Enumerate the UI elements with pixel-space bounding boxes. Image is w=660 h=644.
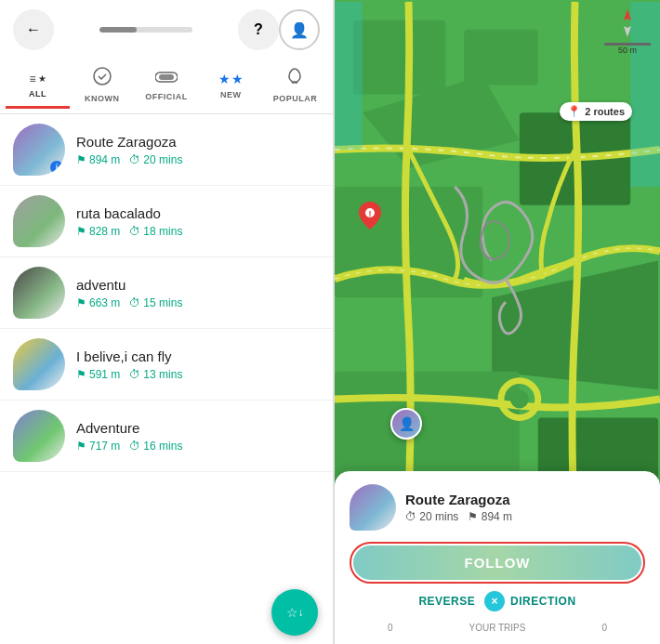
- follow-button-wrapper: FOLLOW: [350, 542, 645, 584]
- close-button[interactable]: ×: [484, 591, 505, 611]
- svg-point-0: [94, 68, 111, 85]
- route-info-5: Adventure ⚑ 717 m ⏱ 16 mins: [76, 420, 320, 453]
- route-meta-3: ⚑ 663 m ⏱ 15 mins: [76, 296, 320, 309]
- stats-row: 0 YOUR TRIPS 0: [350, 617, 645, 635]
- route-thumb-2: [13, 195, 65, 247]
- route-thumb-gradient-3: [13, 267, 65, 319]
- svg-text:!: !: [369, 209, 372, 218]
- stat-label-1: 0: [388, 623, 393, 633]
- stat-item-3: 0: [601, 623, 607, 635]
- tab-known-label: KNOWN: [85, 94, 120, 103]
- route-info-2: ruta bacalado ⚑ 828 m ⏱ 18 mins: [76, 205, 320, 238]
- route-meta-1: ⚑ 894 m ⏱ 20 mins: [76, 153, 320, 166]
- tab-new-label: NEW: [220, 90, 242, 99]
- filter-tabs: ≡ ★ ALL KNOWN OFFICIAL ★ ★ NEW: [0, 59, 333, 114]
- map-scale: 50 m: [604, 43, 651, 55]
- route-distance-4: ⚑ 591 m: [76, 368, 120, 381]
- scale-label: 50 m: [618, 46, 637, 55]
- top-bar-center: [54, 27, 238, 33]
- fab-download-icon: ↓: [298, 606, 304, 619]
- map-pin: !: [357, 200, 383, 231]
- your-trips-label: YOUR TRIPS: [469, 623, 526, 633]
- route-duration-2: ⏱ 18 mins: [129, 225, 182, 238]
- help-icon: ?: [254, 21, 263, 38]
- tab-known-icon: [93, 67, 112, 90]
- tab-new[interactable]: ★ ★ NEW: [199, 64, 263, 110]
- route-list: i Route Zaragoza ⚑ 894 m ⏱ 20 mins: [0, 114, 333, 588]
- route-info-1: Route Zaragoza ⚑ 894 m ⏱ 20 mins: [76, 134, 320, 166]
- route-duration-5: ⏱ 16 mins: [129, 440, 182, 453]
- svg-marker-18: [624, 26, 631, 37]
- profile-icon: 👤: [290, 21, 309, 39]
- svg-rect-5: [464, 30, 538, 85]
- route-info-4: I belive,i can fly ⚑ 591 m ⏱ 13 mins: [76, 348, 320, 381]
- back-button[interactable]: ←: [13, 9, 54, 50]
- stat-label-3: 0: [601, 623, 607, 633]
- top-bar: ← ? 👤: [0, 0, 333, 59]
- fab-container: ☆ ↓: [0, 588, 333, 644]
- follow-button[interactable]: FOLLOW: [353, 545, 641, 580]
- route-distance-5: ⚑ 717 m: [76, 440, 120, 453]
- tab-official-label: OFFICIAL: [145, 92, 188, 101]
- tab-popular-label: POPULAR: [273, 94, 318, 103]
- route-thumb-5: [13, 410, 65, 462]
- tab-popular[interactable]: POPULAR: [263, 59, 327, 113]
- routes-badge[interactable]: 📍 2 routes: [560, 102, 632, 121]
- route-thumb-gradient-5: [13, 410, 65, 462]
- routes-badge-text: 2 routes: [585, 106, 625, 117]
- route-name-3: adventu: [76, 277, 320, 293]
- svg-point-14: [510, 390, 529, 409]
- route-duration-1: ⏱ 20 mins: [129, 153, 182, 166]
- route-item-5[interactable]: Adventure ⚑ 717 m ⏱ 16 mins: [0, 401, 333, 472]
- tab-all[interactable]: ≡ ★ ALL: [6, 65, 70, 109]
- svg-marker-17: [624, 9, 631, 20]
- tab-known[interactable]: KNOWN: [70, 59, 134, 113]
- reverse-row: REVERSE × DIRECTION: [350, 591, 645, 611]
- map-panel: 50 m 📍 2 routes ! 👤 Route Zaragoza ⏱ 20 …: [335, 0, 660, 644]
- route-duration-4: ⏱ 13 mins: [129, 368, 182, 381]
- tab-all-label: ALL: [29, 89, 46, 99]
- time-icon-1: ⏱: [129, 153, 140, 166]
- route-item-1[interactable]: i Route Zaragoza ⚑ 894 m ⏱ 20 mins: [0, 114, 333, 186]
- route-card-name: Route Zaragoza: [405, 492, 645, 507]
- route-name-5: Adventure: [76, 420, 320, 436]
- route-item-2[interactable]: ruta bacalado ⚑ 828 m ⏱ 18 mins: [0, 186, 333, 257]
- route-item-3[interactable]: adventu ⚑ 663 m ⏱ 15 mins: [0, 257, 333, 329]
- route-card-duration: ⏱ 20 mins: [405, 510, 458, 523]
- left-panel: ← ? 👤 ≡ ★ ALL KNOWN: [0, 0, 333, 644]
- compass-icon: [614, 9, 641, 37]
- route-meta-5: ⚑ 717 m ⏱ 16 mins: [76, 440, 320, 453]
- stat-item-2: YOUR TRIPS: [469, 623, 526, 635]
- route-name-4: I belive,i can fly: [76, 348, 320, 364]
- tab-official[interactable]: OFFICIAL: [134, 61, 198, 112]
- route-thumb-1: i: [13, 124, 65, 176]
- fab-star-icon: ☆: [286, 605, 298, 620]
- route-name-1: Route Zaragoza: [76, 134, 320, 150]
- tab-new-icon: ★ ★: [218, 72, 244, 86]
- route-meta-4: ⚑ 591 m ⏱ 13 mins: [76, 368, 320, 381]
- route-card-distance: ⚑ 894 m: [468, 510, 512, 523]
- progress-bar-fill: [99, 27, 137, 33]
- route-thumb-4: [13, 338, 65, 390]
- tab-all-icon: ≡ ★: [30, 72, 46, 85]
- route-distance-1: ⚑ 894 m: [76, 153, 120, 166]
- help-button[interactable]: ?: [238, 9, 279, 50]
- reverse-direction-label-2: DIRECTION: [510, 595, 576, 608]
- map-controls: 50 m: [604, 9, 651, 55]
- route-item-4[interactable]: I belive,i can fly ⚑ 591 m ⏱ 13 mins: [0, 329, 333, 401]
- route-meta-2: ⚑ 828 m ⏱ 18 mins: [76, 225, 320, 238]
- route-info-3: adventu ⚑ 663 m ⏱ 15 mins: [76, 277, 320, 309]
- route-duration-3: ⏱ 15 mins: [129, 296, 182, 309]
- svg-rect-2: [159, 74, 174, 80]
- route-card-meta: ⏱ 20 mins ⚑ 894 m: [405, 510, 645, 523]
- tab-official-icon: [155, 69, 178, 88]
- route-thumb-gradient-4: [13, 338, 65, 390]
- fab-button[interactable]: ☆ ↓: [271, 589, 318, 636]
- svg-rect-4: [353, 20, 445, 95]
- routes-badge-icon: 📍: [567, 105, 581, 118]
- profile-button[interactable]: 👤: [279, 9, 320, 50]
- back-icon: ←: [26, 21, 41, 38]
- route-distance-2: ⚑ 828 m: [76, 225, 120, 238]
- distance-icon-1: ⚑: [76, 153, 86, 166]
- route-info-badge-1: i: [50, 161, 63, 174]
